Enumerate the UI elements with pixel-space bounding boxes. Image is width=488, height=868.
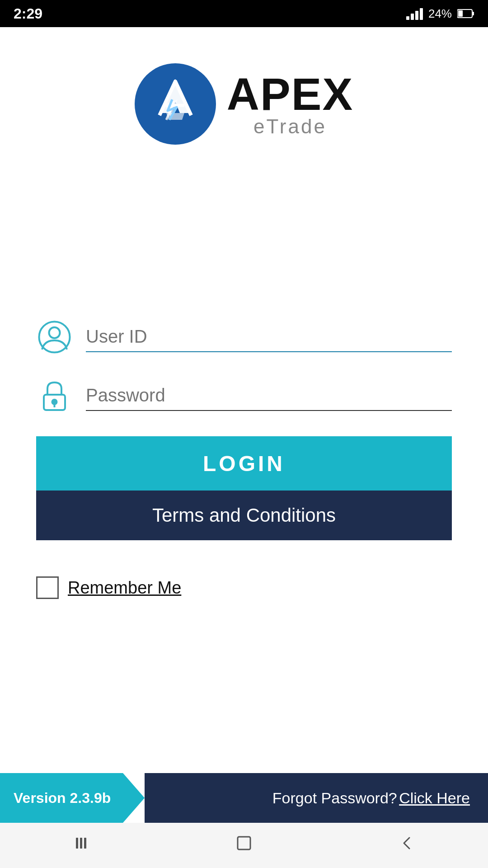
apex-logo-icon xyxy=(146,75,205,133)
version-label: Version 2.3.9b xyxy=(14,790,111,807)
forgot-password-link[interactable]: Click Here xyxy=(399,789,470,807)
signal-icon xyxy=(406,7,423,20)
login-form: LOGIN Terms and Conditions xyxy=(36,319,452,540)
nav-menu-icon[interactable] xyxy=(71,833,91,858)
svg-rect-14 xyxy=(238,837,250,849)
main-content: APEX eTrade xyxy=(0,27,488,773)
svg-point-7 xyxy=(49,327,60,338)
forgot-text: Forgot Password? xyxy=(272,789,397,807)
svg-rect-2 xyxy=(458,10,463,17)
status-icons: 24% xyxy=(406,7,474,21)
logo-text-group: APEX eTrade xyxy=(227,71,353,137)
status-bar: 2:29 24% xyxy=(0,0,488,27)
bottom-bar: Version 2.3.9b Forgot Password? Click He… xyxy=(0,773,488,823)
battery-indicator: 24% xyxy=(428,7,452,21)
logo-section: APEX eTrade xyxy=(135,63,353,145)
svg-rect-11 xyxy=(76,838,78,849)
nav-back-icon[interactable] xyxy=(397,833,417,858)
remember-me-checkbox[interactable] xyxy=(36,576,59,599)
svg-rect-13 xyxy=(84,838,86,849)
status-time: 2:29 xyxy=(14,5,42,22)
nav-home-icon[interactable] xyxy=(234,833,254,858)
terms-button[interactable]: Terms and Conditions xyxy=(36,491,452,540)
svg-rect-1 xyxy=(472,12,474,15)
user-icon xyxy=(36,319,72,355)
forgot-password-section: Forgot Password? Click Here xyxy=(145,773,488,823)
svg-point-9 xyxy=(52,400,56,404)
remember-me-row: Remember Me xyxy=(36,576,181,599)
app-name: APEX xyxy=(227,71,353,117)
userid-row xyxy=(36,319,452,355)
svg-rect-12 xyxy=(80,838,82,849)
nav-bar xyxy=(0,823,488,868)
app-sub-name: eTrade xyxy=(227,117,353,137)
remember-me-label[interactable]: Remember Me xyxy=(68,578,181,598)
lock-icon xyxy=(36,377,72,414)
password-row xyxy=(36,377,452,414)
battery-icon xyxy=(457,9,474,19)
svg-point-6 xyxy=(39,321,70,352)
version-section: Version 2.3.9b xyxy=(0,773,145,823)
userid-input[interactable] xyxy=(86,322,452,352)
login-button[interactable]: LOGIN xyxy=(36,436,452,491)
password-input[interactable] xyxy=(86,381,452,411)
logo-circle xyxy=(135,63,216,145)
